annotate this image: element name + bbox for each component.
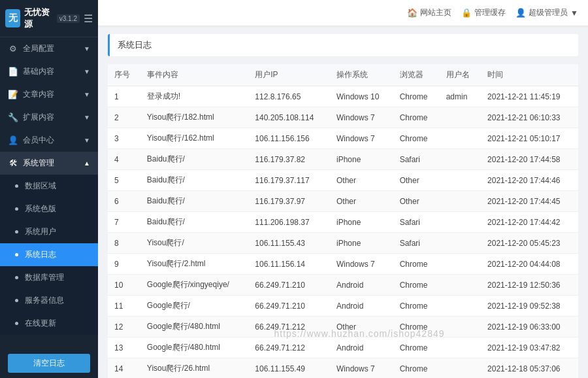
cell-os: Other: [330, 170, 393, 191]
cell-os: Windows 7: [330, 254, 393, 275]
dot-icon: [15, 276, 18, 279]
table-row: 5Baidu爬行/116.179.37.117OtherOther2021-12…: [108, 170, 578, 191]
clear-log-button[interactable]: 清空日志: [8, 354, 90, 373]
cell-ip: 140.205.108.114: [248, 107, 330, 128]
cell-os: Android: [330, 337, 393, 358]
cell-user: [440, 296, 481, 317]
sidebar-item-kuozhan[interactable]: 🔧 扩展内容 ▼: [0, 106, 98, 129]
log-table-container: 序号 事件内容 用户IP 操作系统 浏览器 用户名 时间 1登录成功!112.8…: [108, 64, 578, 378]
cell-time: 2021-12-20 17:44:45: [481, 191, 578, 212]
table-row: 4Baidu爬行/116.179.37.82iPhoneSafari2021-1…: [108, 149, 578, 170]
chevron-icon: ▼: [84, 45, 90, 52]
cell-user: [440, 191, 481, 212]
cell-browser: Safari: [393, 233, 440, 254]
table-head: 序号 事件内容 用户IP 操作系统 浏览器 用户名 时间: [108, 64, 578, 86]
sidebar-item-label: 数据库管理: [25, 272, 64, 283]
cell-user: [440, 337, 481, 358]
sidebar-item-shujukuguanli[interactable]: 数据库管理: [0, 266, 98, 289]
website-home-link[interactable]: 🏠 网站主页: [407, 7, 451, 18]
sidebar-item-jichu[interactable]: 📄 基础内容 ▼: [0, 60, 98, 83]
sidebar-item-xitongriji[interactable]: 系统日志: [0, 243, 98, 266]
cell-os: Android: [330, 296, 393, 317]
cell-user: [440, 170, 481, 191]
cache-icon: 🔒: [461, 8, 472, 18]
cell-no: 10: [108, 275, 140, 296]
sidebar-item-label: 在线更新: [25, 318, 56, 329]
sidebar-item-huiyuan[interactable]: 👤 会员中心 ▼: [0, 129, 98, 152]
cell-no: 4: [108, 149, 140, 170]
cell-time: 2021-12-19 12:50:36: [481, 275, 578, 296]
manager-cache-link[interactable]: 🔒 管理缓存: [461, 7, 506, 18]
sidebar-item-fuwuqixinxi[interactable]: 服务器信息: [0, 289, 98, 312]
sidebar-item-zaixiangengxin[interactable]: 在线更新: [0, 312, 98, 335]
cell-browser: Chrome: [393, 358, 440, 379]
cell-event: Google爬行/480.html: [140, 337, 248, 358]
main-content: 🏠 网站主页 🔒 管理缓存 👤 超级管理员 ▼ 系统日志 序号 事件内容 用户I…: [98, 0, 588, 378]
dot-icon: [15, 207, 18, 211]
cell-user: [440, 212, 481, 233]
sidebar-toggle-icon[interactable]: ☰: [84, 12, 93, 25]
sidebar-item-label: 基础内容: [23, 66, 54, 77]
cell-no: 1: [108, 86, 140, 107]
cell-ip: 116.179.37.97: [248, 191, 330, 212]
sidebar-item-wenzhang[interactable]: 📝 文章内容 ▼: [0, 83, 98, 106]
cell-user: [440, 107, 481, 128]
table-row: 9Yisou爬行/2.html106.11.156.14Windows 7Chr…: [108, 254, 578, 275]
sub-menu-system: 数据区域 系统色版 系统用户 系统日志 数据库管理 服务器信息: [0, 175, 98, 335]
col-user: 用户名: [440, 64, 481, 86]
cell-ip: 106.11.156.156: [248, 128, 330, 149]
cell-time: 2021-12-18 05:37:06: [481, 358, 578, 379]
cell-user: [440, 233, 481, 254]
app-version: v3.1.2: [57, 14, 80, 23]
table-body: 1登录成功!112.8.176.65Windows 10Chromeadmin2…: [108, 86, 578, 379]
sidebar-item-xitong[interactable]: 🛠 系统管理 ▲: [0, 152, 98, 175]
cell-ip: 111.206.198.37: [248, 212, 330, 233]
cell-no: 8: [108, 233, 140, 254]
cell-event: Yisou爬行/2.html: [140, 254, 248, 275]
dot-icon: [15, 230, 18, 233]
cell-event: Baidu爬行/: [140, 170, 248, 191]
cell-time: 2021-12-19 03:47:82: [481, 337, 578, 358]
cell-os: Other: [330, 191, 393, 212]
cell-browser: Chrome: [393, 107, 440, 128]
cell-event: Google爬行/480.html: [140, 317, 248, 337]
cell-no: 9: [108, 254, 140, 275]
sidebar-item-label: 服务器信息: [25, 295, 64, 306]
cell-time: 2021-12-20 05:45:23: [481, 233, 578, 254]
cell-ip: 66.249.71.210: [248, 296, 330, 317]
sidebar-item-quanju[interactable]: ⚙ 全局配置 ▼: [0, 37, 98, 60]
cell-event: Baidu爬行/: [140, 191, 248, 212]
table-header-row: 序号 事件内容 用户IP 操作系统 浏览器 用户名 时间: [108, 64, 578, 86]
log-table: 序号 事件内容 用户IP 操作系统 浏览器 用户名 时间 1登录成功!112.8…: [108, 64, 578, 378]
cell-time: 2021-12-19 09:52:38: [481, 296, 578, 317]
sidebar: 无 无忧资源 v3.1.2 ☰ ⚙ 全局配置 ▼ 📄 基础内容 ▼ 📝 文章内容…: [0, 0, 98, 378]
cell-event: Yisou爬行/26.html: [140, 358, 248, 379]
sidebar-item-label: 系统日志: [25, 249, 56, 260]
sidebar-item-xitongseban[interactable]: 系统色版: [0, 198, 98, 220]
sidebar-item-xitongyonghu[interactable]: 系统用户: [0, 220, 98, 243]
cell-browser: Safari: [393, 212, 440, 233]
cell-event: Google爬行/xingyeqiye/: [140, 275, 248, 296]
cell-no: 6: [108, 191, 140, 212]
cell-ip: 106.11.155.43: [248, 233, 330, 254]
chevron-up-icon: ▲: [84, 160, 90, 167]
cell-user: admin: [440, 86, 481, 107]
admin-menu[interactable]: 👤 超级管理员 ▼: [515, 7, 578, 18]
cell-no: 12: [108, 317, 140, 337]
system-icon: 🛠: [8, 158, 18, 168]
cell-browser: Chrome: [393, 296, 440, 317]
col-no: 序号: [108, 64, 140, 86]
sidebar-item-label: 系统用户: [25, 226, 56, 237]
cell-event: Baidu爬行/: [140, 212, 248, 233]
dot-icon: [15, 299, 18, 302]
cell-os: Windows 7: [330, 107, 393, 128]
sidebar-item-shujuquyuan[interactable]: 数据区域: [0, 175, 98, 198]
home-icon: 🏠: [407, 8, 417, 18]
cell-no: 13: [108, 337, 140, 358]
cell-user: [440, 254, 481, 275]
sidebar-item-label: 扩展内容: [23, 112, 54, 123]
dot-icon: [15, 322, 18, 325]
header: 🏠 网站主页 🔒 管理缓存 👤 超级管理员 ▼: [98, 0, 588, 26]
cell-event: Yisou爬行/162.html: [140, 128, 248, 149]
cell-time: 2021-12-20 17:44:46: [481, 170, 578, 191]
